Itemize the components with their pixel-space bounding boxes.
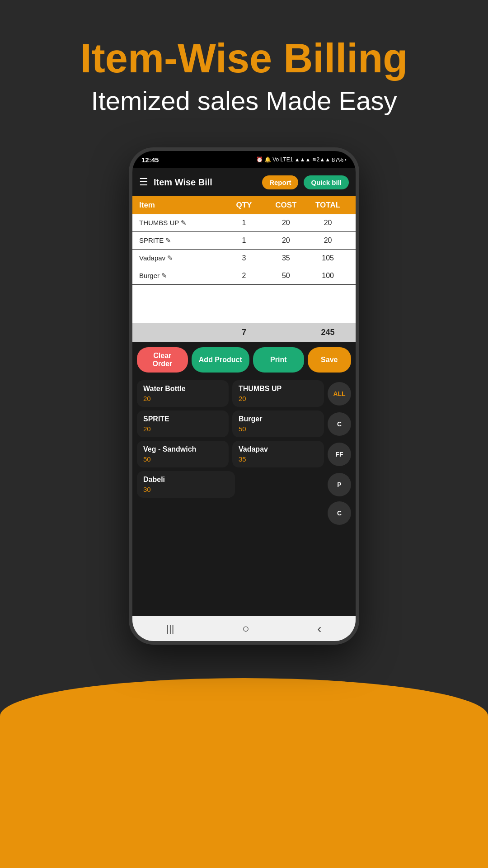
phone-device: 12:45 ⏰ 🔔 Vo LTE1 ▲▲▲ ≋2▲▲ 87% ▪ ☰ Item …: [129, 147, 359, 645]
total-row: 7 245: [132, 323, 356, 342]
row4-item: Burger ✎: [139, 272, 223, 280]
row2-item: SPRITE ✎: [139, 236, 223, 245]
app-title: Item Wise Bill: [154, 177, 257, 188]
row4-cost: 50: [265, 272, 307, 280]
page-subtitle: Itemized sales Made Easy: [0, 85, 488, 116]
product-vadapav[interactable]: Vadapav 35: [232, 441, 324, 467]
status-time: 12:45: [141, 156, 159, 164]
app-header: ☰ Item Wise Bill Report Quick bill: [132, 168, 356, 196]
row2-qty: 1: [223, 236, 265, 245]
product-price: 20: [143, 425, 222, 433]
row4-qty: 2: [223, 272, 265, 280]
table-blank: [132, 285, 356, 323]
category-all-button[interactable]: ALL: [328, 382, 351, 406]
product-dabeli[interactable]: Dabeli 30: [137, 471, 235, 498]
header-area: Item-Wise Billing Itemized sales Made Ea…: [0, 0, 488, 134]
row3-cost: 35: [265, 254, 307, 262]
product-row-1: Water Bottle 20 THUMBS UP 20 ALL: [137, 380, 351, 407]
product-name: Vadapav: [239, 445, 318, 453]
product-water-bottle[interactable]: Water Bottle 20: [137, 380, 229, 407]
product-name: Veg - Sandwich: [143, 445, 222, 453]
table-row: Burger ✎ 2 50 100: [132, 267, 356, 285]
product-price: 20: [239, 395, 318, 402]
total-cost-blank: [265, 328, 307, 337]
product-burger[interactable]: Burger 50: [232, 410, 324, 437]
add-product-button[interactable]: Add Product: [192, 347, 250, 373]
bottom-nav: ||| ○ ‹: [132, 616, 356, 641]
col-qty: QTY: [223, 201, 265, 210]
product-veg-sandwich[interactable]: Veg - Sandwich 50: [137, 441, 229, 467]
nav-home-button[interactable]: ○: [233, 618, 258, 639]
bill-table: Item QTY COST TOTAL THUMBS UP ✎ 1 20 20 …: [132, 196, 356, 342]
row3-qty: 3: [223, 254, 265, 262]
col-total: TOTAL: [307, 201, 349, 210]
category-c-button[interactable]: C: [328, 412, 351, 436]
product-name: Burger: [239, 415, 318, 423]
col-cost: COST: [265, 201, 307, 210]
nav-back-button[interactable]: ‹: [308, 618, 330, 640]
phone-wrapper: 12:45 ⏰ 🔔 Vo LTE1 ▲▲▲ ≋2▲▲ 87% ▪ ☰ Item …: [0, 147, 488, 645]
save-button[interactable]: Save: [308, 347, 351, 373]
product-row-3: Veg - Sandwich 50 Vadapav 35 FF: [137, 441, 351, 467]
product-row-2: SPRITE 20 Burger 50 C: [137, 410, 351, 437]
row2-cost: 20: [265, 236, 307, 245]
category-c2-button[interactable]: C: [328, 501, 351, 525]
product-price: 50: [143, 455, 222, 463]
table-row: THUMBS UP ✎ 1 20 20: [132, 214, 356, 232]
total-amount: 245: [307, 328, 349, 337]
row3-item: Vadapav ✎: [139, 254, 223, 262]
table-row: SPRITE ✎ 1 20 20: [132, 232, 356, 250]
row4-total: 100: [307, 272, 349, 280]
bg-orange-shape: [0, 678, 488, 868]
product-name: SPRITE: [143, 415, 222, 423]
nav-menu-button[interactable]: |||: [157, 619, 183, 638]
row1-qty: 1: [223, 219, 265, 227]
table-row: Vadapav ✎ 3 35 105: [132, 250, 356, 267]
table-header: Item QTY COST TOTAL: [132, 196, 356, 214]
print-button[interactable]: Print: [253, 347, 304, 373]
row2-total: 20: [307, 236, 349, 245]
total-label: [139, 328, 223, 337]
status-bar: 12:45 ⏰ 🔔 Vo LTE1 ▲▲▲ ≋2▲▲ 87% ▪: [132, 151, 356, 168]
product-name: THUMBS UP: [239, 385, 318, 393]
category-ff-button[interactable]: FF: [328, 443, 351, 466]
row1-item: THUMBS UP ✎: [139, 219, 223, 227]
report-button[interactable]: Report: [262, 175, 298, 189]
action-buttons: Clear Order Add Product Print Save: [132, 342, 356, 378]
row1-cost: 20: [265, 219, 307, 227]
product-grid: Water Bottle 20 THUMBS UP 20 ALL SPRITE …: [132, 378, 356, 616]
product-row-4: Dabeli 30 P: [137, 471, 351, 498]
product-name: Water Bottle: [143, 385, 222, 393]
product-price: 50: [239, 425, 318, 433]
col-item: Item: [139, 201, 223, 210]
row3-total: 105: [307, 254, 349, 262]
page-title: Item-Wise Billing: [0, 36, 488, 81]
product-row-5: C: [137, 501, 351, 525]
product-price: 20: [143, 395, 222, 402]
clear-order-button[interactable]: Clear Order: [137, 347, 188, 373]
battery-icon: ▪: [345, 157, 347, 162]
product-sprite[interactable]: SPRITE 20: [137, 410, 229, 437]
quickbill-button[interactable]: Quick bill: [304, 175, 349, 189]
product-price: 30: [143, 486, 229, 493]
status-icons: ⏰ 🔔 Vo LTE1 ▲▲▲ ≋2▲▲: [256, 156, 331, 163]
status-battery: 87%: [332, 156, 343, 163]
total-qty: 7: [223, 328, 265, 337]
product-price: 35: [239, 455, 318, 463]
product-name: Dabeli: [143, 476, 229, 484]
row1-total: 20: [307, 219, 349, 227]
category-p-button[interactable]: P: [328, 473, 351, 496]
product-thumbsup[interactable]: THUMBS UP 20: [232, 380, 324, 407]
menu-icon[interactable]: ☰: [139, 176, 148, 188]
